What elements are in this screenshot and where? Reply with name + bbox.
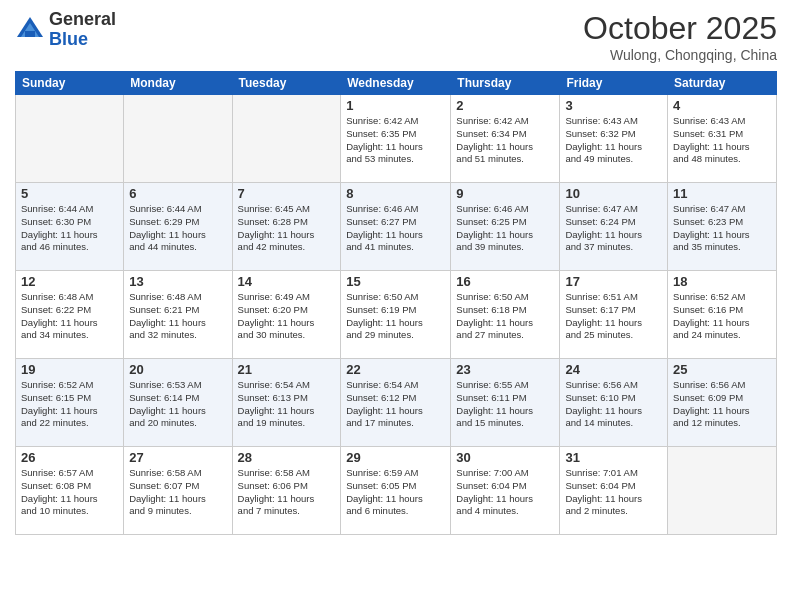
col-monday: Monday	[124, 72, 232, 95]
calendar-cell: 14Sunrise: 6:49 AM Sunset: 6:20 PM Dayli…	[232, 271, 341, 359]
day-number: 27	[129, 450, 226, 465]
calendar-cell: 15Sunrise: 6:50 AM Sunset: 6:19 PM Dayli…	[341, 271, 451, 359]
day-number: 20	[129, 362, 226, 377]
day-info: Sunrise: 6:48 AM Sunset: 6:22 PM Dayligh…	[21, 291, 118, 342]
col-wednesday: Wednesday	[341, 72, 451, 95]
calendar-cell: 4Sunrise: 6:43 AM Sunset: 6:31 PM Daylig…	[668, 95, 777, 183]
day-info: Sunrise: 6:44 AM Sunset: 6:30 PM Dayligh…	[21, 203, 118, 254]
calendar-cell: 25Sunrise: 6:56 AM Sunset: 6:09 PM Dayli…	[668, 359, 777, 447]
day-number: 22	[346, 362, 445, 377]
day-number: 23	[456, 362, 554, 377]
calendar-week-1: 5Sunrise: 6:44 AM Sunset: 6:30 PM Daylig…	[16, 183, 777, 271]
title-block: October 2025 Wulong, Chongqing, China	[583, 10, 777, 63]
calendar: Sunday Monday Tuesday Wednesday Thursday…	[15, 71, 777, 535]
calendar-cell: 28Sunrise: 6:58 AM Sunset: 6:06 PM Dayli…	[232, 447, 341, 535]
day-number: 6	[129, 186, 226, 201]
day-info: Sunrise: 6:58 AM Sunset: 6:06 PM Dayligh…	[238, 467, 336, 518]
month-title: October 2025	[583, 10, 777, 47]
location: Wulong, Chongqing, China	[583, 47, 777, 63]
calendar-cell	[124, 95, 232, 183]
calendar-cell: 30Sunrise: 7:00 AM Sunset: 6:04 PM Dayli…	[451, 447, 560, 535]
calendar-cell: 8Sunrise: 6:46 AM Sunset: 6:27 PM Daylig…	[341, 183, 451, 271]
calendar-header: Sunday Monday Tuesday Wednesday Thursday…	[16, 72, 777, 95]
calendar-cell: 20Sunrise: 6:53 AM Sunset: 6:14 PM Dayli…	[124, 359, 232, 447]
day-number: 24	[565, 362, 662, 377]
day-info: Sunrise: 6:42 AM Sunset: 6:35 PM Dayligh…	[346, 115, 445, 166]
col-friday: Friday	[560, 72, 668, 95]
calendar-week-4: 26Sunrise: 6:57 AM Sunset: 6:08 PM Dayli…	[16, 447, 777, 535]
day-number: 18	[673, 274, 771, 289]
day-number: 4	[673, 98, 771, 113]
calendar-cell: 17Sunrise: 6:51 AM Sunset: 6:17 PM Dayli…	[560, 271, 668, 359]
day-number: 7	[238, 186, 336, 201]
calendar-cell: 22Sunrise: 6:54 AM Sunset: 6:12 PM Dayli…	[341, 359, 451, 447]
calendar-cell: 31Sunrise: 7:01 AM Sunset: 6:04 PM Dayli…	[560, 447, 668, 535]
day-number: 11	[673, 186, 771, 201]
day-info: Sunrise: 6:57 AM Sunset: 6:08 PM Dayligh…	[21, 467, 118, 518]
calendar-week-2: 12Sunrise: 6:48 AM Sunset: 6:22 PM Dayli…	[16, 271, 777, 359]
calendar-cell: 13Sunrise: 6:48 AM Sunset: 6:21 PM Dayli…	[124, 271, 232, 359]
day-info: Sunrise: 6:53 AM Sunset: 6:14 PM Dayligh…	[129, 379, 226, 430]
calendar-cell: 23Sunrise: 6:55 AM Sunset: 6:11 PM Dayli…	[451, 359, 560, 447]
day-number: 10	[565, 186, 662, 201]
day-info: Sunrise: 6:47 AM Sunset: 6:24 PM Dayligh…	[565, 203, 662, 254]
day-number: 9	[456, 186, 554, 201]
day-number: 26	[21, 450, 118, 465]
day-info: Sunrise: 6:56 AM Sunset: 6:09 PM Dayligh…	[673, 379, 771, 430]
col-thursday: Thursday	[451, 72, 560, 95]
col-sunday: Sunday	[16, 72, 124, 95]
calendar-cell: 19Sunrise: 6:52 AM Sunset: 6:15 PM Dayli…	[16, 359, 124, 447]
day-info: Sunrise: 6:50 AM Sunset: 6:18 PM Dayligh…	[456, 291, 554, 342]
day-number: 1	[346, 98, 445, 113]
calendar-cell: 1Sunrise: 6:42 AM Sunset: 6:35 PM Daylig…	[341, 95, 451, 183]
day-info: Sunrise: 6:52 AM Sunset: 6:16 PM Dayligh…	[673, 291, 771, 342]
day-info: Sunrise: 6:47 AM Sunset: 6:23 PM Dayligh…	[673, 203, 771, 254]
logo-icon	[15, 15, 45, 45]
day-info: Sunrise: 6:44 AM Sunset: 6:29 PM Dayligh…	[129, 203, 226, 254]
day-info: Sunrise: 6:43 AM Sunset: 6:32 PM Dayligh…	[565, 115, 662, 166]
calendar-cell	[16, 95, 124, 183]
day-info: Sunrise: 6:49 AM Sunset: 6:20 PM Dayligh…	[238, 291, 336, 342]
calendar-cell: 27Sunrise: 6:58 AM Sunset: 6:07 PM Dayli…	[124, 447, 232, 535]
calendar-cell: 16Sunrise: 6:50 AM Sunset: 6:18 PM Dayli…	[451, 271, 560, 359]
day-info: Sunrise: 7:01 AM Sunset: 6:04 PM Dayligh…	[565, 467, 662, 518]
day-number: 21	[238, 362, 336, 377]
day-number: 30	[456, 450, 554, 465]
calendar-cell: 12Sunrise: 6:48 AM Sunset: 6:22 PM Dayli…	[16, 271, 124, 359]
day-number: 15	[346, 274, 445, 289]
day-number: 3	[565, 98, 662, 113]
day-info: Sunrise: 6:55 AM Sunset: 6:11 PM Dayligh…	[456, 379, 554, 430]
day-number: 31	[565, 450, 662, 465]
logo-general: General	[49, 10, 116, 30]
day-number: 19	[21, 362, 118, 377]
calendar-cell: 2Sunrise: 6:42 AM Sunset: 6:34 PM Daylig…	[451, 95, 560, 183]
day-number: 29	[346, 450, 445, 465]
header-row: Sunday Monday Tuesday Wednesday Thursday…	[16, 72, 777, 95]
calendar-week-3: 19Sunrise: 6:52 AM Sunset: 6:15 PM Dayli…	[16, 359, 777, 447]
day-info: Sunrise: 6:54 AM Sunset: 6:12 PM Dayligh…	[346, 379, 445, 430]
header: General Blue October 2025 Wulong, Chongq…	[15, 10, 777, 63]
calendar-cell: 29Sunrise: 6:59 AM Sunset: 6:05 PM Dayli…	[341, 447, 451, 535]
day-info: Sunrise: 6:46 AM Sunset: 6:27 PM Dayligh…	[346, 203, 445, 254]
logo-text: General Blue	[49, 10, 116, 50]
calendar-cell: 24Sunrise: 6:56 AM Sunset: 6:10 PM Dayli…	[560, 359, 668, 447]
day-number: 12	[21, 274, 118, 289]
day-number: 14	[238, 274, 336, 289]
calendar-cell	[668, 447, 777, 535]
calendar-week-0: 1Sunrise: 6:42 AM Sunset: 6:35 PM Daylig…	[16, 95, 777, 183]
col-tuesday: Tuesday	[232, 72, 341, 95]
calendar-cell: 5Sunrise: 6:44 AM Sunset: 6:30 PM Daylig…	[16, 183, 124, 271]
day-info: Sunrise: 6:54 AM Sunset: 6:13 PM Dayligh…	[238, 379, 336, 430]
day-number: 17	[565, 274, 662, 289]
calendar-cell: 7Sunrise: 6:45 AM Sunset: 6:28 PM Daylig…	[232, 183, 341, 271]
calendar-cell: 6Sunrise: 6:44 AM Sunset: 6:29 PM Daylig…	[124, 183, 232, 271]
day-info: Sunrise: 6:46 AM Sunset: 6:25 PM Dayligh…	[456, 203, 554, 254]
day-number: 13	[129, 274, 226, 289]
day-number: 2	[456, 98, 554, 113]
day-number: 28	[238, 450, 336, 465]
calendar-cell: 3Sunrise: 6:43 AM Sunset: 6:32 PM Daylig…	[560, 95, 668, 183]
day-number: 16	[456, 274, 554, 289]
day-info: Sunrise: 6:45 AM Sunset: 6:28 PM Dayligh…	[238, 203, 336, 254]
day-info: Sunrise: 6:50 AM Sunset: 6:19 PM Dayligh…	[346, 291, 445, 342]
logo: General Blue	[15, 10, 116, 50]
